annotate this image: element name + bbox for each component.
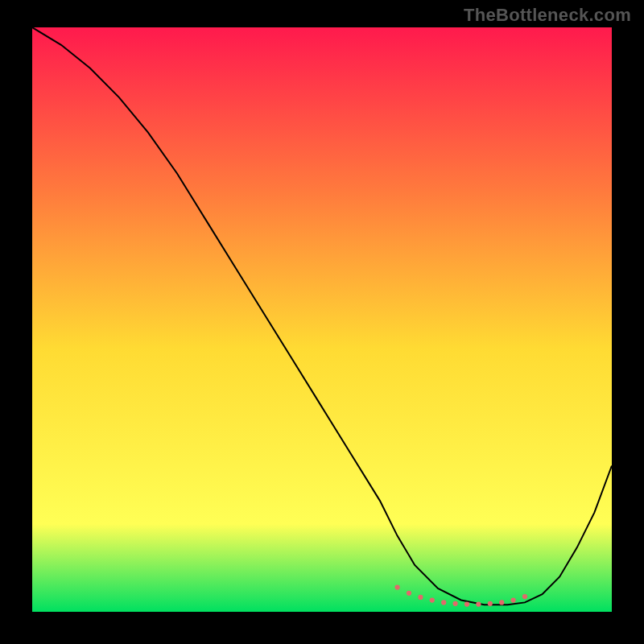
dot: [488, 601, 493, 606]
gradient-background: [32, 27, 612, 612]
dot: [476, 601, 481, 606]
dot: [522, 594, 527, 599]
dot: [418, 595, 423, 600]
chart-frame: TheBottleneck.com: [0, 0, 644, 644]
dot: [464, 601, 469, 606]
dot: [407, 591, 411, 596]
watermark-text: TheBottleneck.com: [464, 5, 631, 26]
dot: [452, 601, 457, 606]
dot: [499, 600, 504, 605]
dot: [441, 600, 446, 605]
dot: [430, 597, 435, 602]
chart-svg: [32, 27, 612, 612]
plot-area: [32, 27, 612, 612]
dot: [394, 584, 399, 589]
dot: [510, 597, 515, 602]
